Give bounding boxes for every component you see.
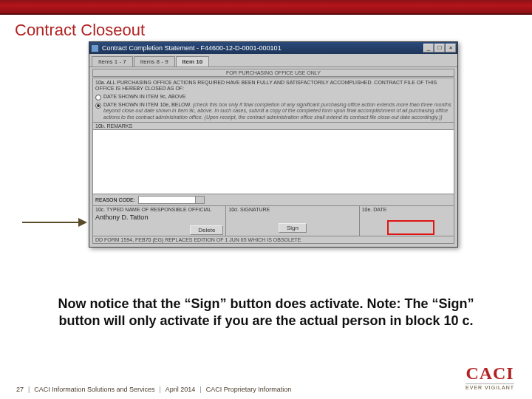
- footer-date: April 2014: [166, 386, 196, 393]
- dd-form-footer: DD FORM 1594, FEB70 (EG) REPLACES EDITIO…: [92, 236, 454, 244]
- radio-label-10e: DATE SHOWN IN ITEM 10e, BELOW. (check th…: [103, 102, 451, 120]
- radio-label-9c: DATE SHOWN IN ITEM 9c, ABOVE: [103, 94, 186, 100]
- section-10b-label: 10b. REMARKS: [93, 123, 454, 130]
- caci-logo: CACI EVER VIGILANT: [466, 364, 514, 390]
- purchasing-header: FOR PURCHASING OFFICE USE ONLY: [92, 69, 454, 77]
- remarks-textarea[interactable]: [93, 130, 454, 194]
- radio-icon: [95, 103, 101, 109]
- radio-10e-lead: DATE SHOWN IN ITEM 10e, BELOW.: [103, 102, 191, 107]
- arrow-line-icon: [22, 222, 80, 223]
- typed-name: Anthony D. Tatton: [95, 214, 223, 221]
- radio-option-10e[interactable]: DATE SHOWN IN ITEM 10e, BELOW. (check th…: [95, 102, 451, 120]
- cell-10d-label: 10d. SIGNATURE: [228, 207, 356, 212]
- arrow-head-icon: [78, 218, 87, 227]
- reason-code-label: REASON CODE:: [95, 197, 135, 202]
- logo-tagline: EVER VIGILANT: [466, 383, 514, 390]
- separator: |: [159, 386, 160, 393]
- reason-code-row: REASON CODE:: [92, 194, 454, 206]
- slide-accent-bar: [0, 0, 532, 15]
- radio-icon: [95, 95, 101, 100]
- close-button[interactable]: ×: [446, 44, 456, 52]
- annotation-highlight: [387, 220, 434, 235]
- section-10a-text: 10a. ALL PURCHASING OFFICE ACTIONS REQUI…: [95, 80, 451, 92]
- app-window: Contract Completion Statement - F44600-1…: [89, 41, 458, 248]
- cell-10c-label: 10c. TYPED NAME OF RESPONSIBLE OFFICIAL: [95, 207, 223, 212]
- footer-org: CACI Information Solutions and Services: [34, 386, 154, 393]
- delete-button[interactable]: Delete: [190, 225, 223, 235]
- cell-10c: 10c. TYPED NAME OF RESPONSIBLE OFFICIAL …: [93, 206, 226, 236]
- reason-code-select[interactable]: [138, 196, 205, 204]
- maximize-button[interactable]: □: [434, 44, 445, 52]
- sign-button[interactable]: Sign: [279, 223, 307, 233]
- separator: |: [200, 386, 201, 393]
- minimize-button[interactable]: _: [423, 44, 434, 52]
- slide-caption: Now notice that the “Sign” button does a…: [44, 296, 488, 329]
- tab-bar: Items 1 - 7 Items 8 - 9 Item 10: [89, 54, 457, 67]
- window-title: Contract Completion Statement - F44600-1…: [102, 44, 423, 52]
- radio-option-9c[interactable]: DATE SHOWN IN ITEM 9c, ABOVE: [95, 94, 451, 100]
- cell-10e-label: 10e. DATE: [362, 207, 451, 212]
- section-10a: 10a. ALL PURCHASING OFFICE ACTIONS REQUI…: [92, 78, 454, 123]
- section-10b: 10b. REMARKS: [92, 123, 454, 194]
- window-app-icon: [91, 44, 99, 52]
- slide-title: Contract Closeout: [0, 15, 532, 43]
- slide-footer: 27 | CACI Information Solutions and Serv…: [0, 386, 532, 393]
- footer-proprietary: CACI Proprietary Information: [206, 386, 292, 393]
- page-number: 27: [16, 386, 24, 393]
- cell-10d: 10d. SIGNATURE Sign: [226, 206, 359, 236]
- annotation-arrow: [22, 217, 89, 228]
- tab-items-8-9[interactable]: Items 8 - 9: [134, 56, 175, 66]
- separator: |: [28, 386, 30, 393]
- tab-item-10[interactable]: Item 10: [176, 56, 210, 66]
- logo-text: CACI: [466, 364, 514, 383]
- tab-items-1-7[interactable]: Items 1 - 7: [92, 56, 133, 66]
- titlebar: Contract Completion Statement - F44600-1…: [89, 42, 457, 54]
